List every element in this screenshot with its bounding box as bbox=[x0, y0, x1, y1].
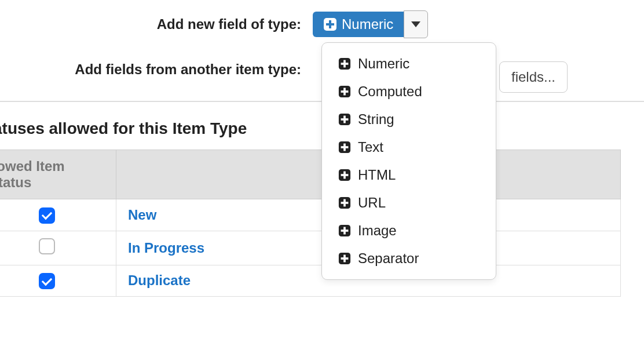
status-checkbox[interactable] bbox=[39, 207, 55, 224]
svg-rect-14 bbox=[341, 146, 349, 148]
dropdown-item-computed[interactable]: Computed bbox=[322, 78, 496, 105]
svg-rect-23 bbox=[341, 230, 349, 232]
dropdown-item-image[interactable]: Image bbox=[322, 217, 496, 245]
plus-icon bbox=[338, 252, 351, 265]
plus-icon bbox=[338, 141, 351, 154]
dropdown-item-label: Separator bbox=[358, 250, 419, 267]
svg-rect-26 bbox=[341, 257, 349, 260]
dropdown-item-label: Text bbox=[358, 139, 383, 155]
status-checkbox[interactable] bbox=[39, 238, 55, 254]
status-link[interactable]: In Progress bbox=[128, 240, 204, 256]
table-row: Duplicate bbox=[0, 265, 621, 297]
dropdown-item-label: HTML bbox=[358, 167, 396, 183]
add-field-button-label: Numeric bbox=[342, 16, 393, 32]
plus-icon bbox=[338, 169, 351, 181]
label-import-fields: Add fields from another item type: bbox=[0, 61, 301, 78]
dropdown-item-numeric[interactable]: Numeric bbox=[322, 50, 496, 78]
status-link[interactable]: New bbox=[128, 207, 156, 223]
dropdown-item-label: Computed bbox=[358, 83, 422, 100]
svg-rect-20 bbox=[341, 202, 349, 204]
dropdown-item-separator[interactable]: Separator bbox=[322, 245, 496, 272]
dropdown-item-html[interactable]: HTML bbox=[322, 161, 496, 189]
dropdown-item-string[interactable]: String bbox=[322, 105, 496, 133]
statuses-table: llowed Item Status New In Progress Dupli… bbox=[0, 150, 621, 297]
svg-rect-8 bbox=[341, 90, 349, 93]
dropdown-item-label: String bbox=[358, 111, 394, 128]
dropdown-item-label: Numeric bbox=[358, 56, 409, 72]
plus-icon bbox=[323, 17, 337, 31]
plus-icon bbox=[338, 85, 351, 98]
dropdown-item-label: Image bbox=[358, 223, 397, 239]
svg-rect-11 bbox=[341, 118, 349, 121]
import-fields-button-label: fields... bbox=[511, 69, 555, 85]
plus-icon bbox=[338, 224, 351, 237]
status-checkbox[interactable] bbox=[39, 273, 55, 289]
dropdown-item-text[interactable]: Text bbox=[322, 133, 496, 161]
plus-icon bbox=[338, 196, 351, 209]
table-row: New bbox=[0, 199, 621, 231]
field-type-dropdown-menu: Numeric Computed String Text HTML URL Im… bbox=[321, 42, 496, 280]
add-field-button[interactable]: Numeric bbox=[313, 12, 404, 37]
label-add-field-type: Add new field of type: bbox=[0, 16, 301, 32]
svg-rect-17 bbox=[341, 174, 349, 176]
column-header-allowed: llowed Item Status bbox=[0, 150, 116, 199]
svg-rect-2 bbox=[326, 23, 334, 26]
import-fields-button[interactable]: fields... bbox=[499, 61, 568, 93]
chevron-down-icon bbox=[411, 21, 420, 27]
plus-icon bbox=[338, 113, 351, 126]
status-link[interactable]: Duplicate bbox=[128, 272, 191, 288]
table-row: In Progress bbox=[0, 231, 621, 265]
dropdown-item-url[interactable]: URL bbox=[322, 189, 496, 217]
svg-rect-5 bbox=[341, 63, 349, 65]
field-type-dropdown-toggle[interactable] bbox=[404, 10, 428, 38]
dropdown-item-label: URL bbox=[358, 195, 386, 211]
plus-icon bbox=[338, 57, 351, 70]
